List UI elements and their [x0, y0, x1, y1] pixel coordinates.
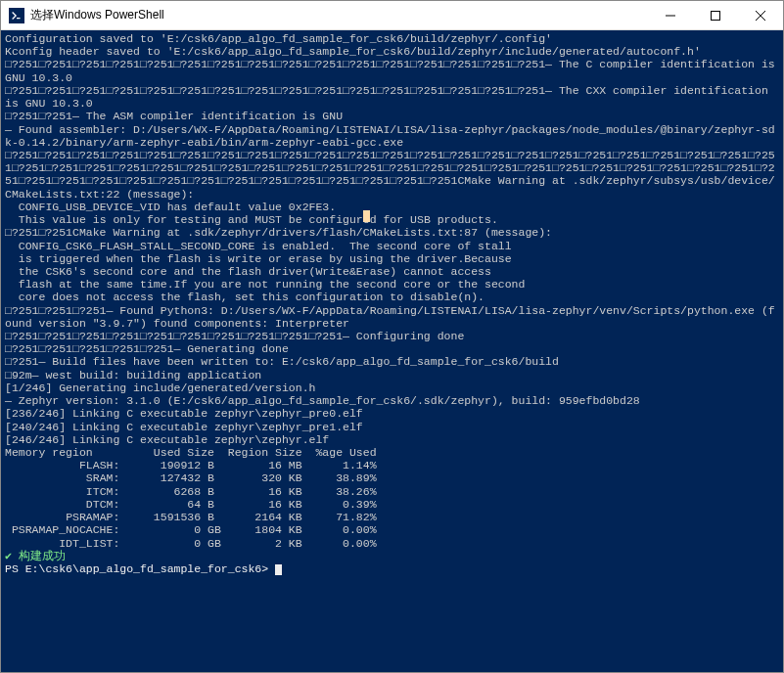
terminal-line: [1/246] Generating include/generated/ver… [5, 381, 779, 394]
terminal-line: □?251□?251□?251□?251□?251□?251□?251□?251… [5, 84, 779, 110]
terminal-line: the CSK6's second core and the flash dri… [5, 265, 779, 278]
terminal-line: This value is only for testing and MUST … [5, 213, 779, 226]
terminal-line: □?251□?251□?251□?251□?251□?251□?251□?251… [5, 330, 779, 342]
terminal-line: core does not access the flash, set this… [5, 291, 779, 303]
terminal-line: CONFIG_USB_DEVICE_VID has default value … [5, 201, 779, 213]
terminal-line: is triggered when the flash is write or … [5, 252, 779, 265]
selection-highlight [363, 210, 370, 222]
terminal-line: □?251□?251CMake Warning at .sdk/zephyr/d… [5, 226, 779, 239]
terminal-line: □?251□?251□?251□?251□?251□?251□?251□?251… [5, 149, 779, 201]
terminal-line: [240/246] Linking C executable zephyr\ze… [5, 421, 779, 433]
terminal-line: Memory region Used Size Region Size %age… [5, 446, 779, 459]
terminal-line: □?251□?251□?251— Found Python3: D:/Users… [5, 304, 779, 330]
terminal-line: — Zephyr version: 3.1.0 (E:/csk6/app_alg… [5, 394, 779, 407]
window-controls [648, 1, 783, 30]
powershell-icon [9, 8, 24, 23]
terminal-line: □?251□?251— The ASM compiler identificat… [5, 110, 779, 122]
terminal-line: □?251□?251□?251□?251□?251□?251□?251□?251… [5, 58, 779, 83]
terminal-line: [236/246] Linking C executable zephyr\ze… [5, 407, 779, 420]
terminal-line: Configuration saved to 'E:/csk6/app_algo… [5, 32, 779, 45]
terminal-line: IDT_LIST: 0 GB 2 KB 0.00% [5, 537, 779, 550]
terminal-line: □?251— Build files have been written to:… [5, 355, 779, 368]
terminal-line: flash at the same time.If you are not ru… [5, 278, 779, 291]
terminal-line: CONFIG_CSK6_FLASH_STALL_SECOND_CORE is e… [5, 240, 779, 252]
terminal-line: □?251□?251□?251□?251□?251— Generating do… [5, 342, 779, 355]
minimize-button[interactable] [648, 1, 693, 30]
terminal-line: PSRAMAP: 1591536 B 2164 KB 71.82% [5, 511, 779, 523]
window-title: 选择Windows PowerShell [30, 7, 648, 23]
terminal-line: □92m— west build: building application [5, 369, 779, 381]
terminal-line: PSRAMAP_NOCACHE: 0 GB 1804 KB 0.00% [5, 523, 779, 536]
terminal-output[interactable]: Configuration saved to 'E:/csk6/app_algo… [1, 30, 783, 672]
terminal-line: ✔ 构建成功 [5, 550, 779, 562]
close-button[interactable] [738, 1, 783, 30]
terminal-line: [246/246] Linking C executable zephyr\ze… [5, 433, 779, 446]
cursor [275, 564, 282, 575]
terminal-line: — Found assembler: D:/Users/WX-F/AppData… [5, 123, 779, 149]
terminal-line: ITCM: 6268 B 16 KB 38.26% [5, 485, 779, 498]
maximize-button[interactable] [693, 1, 738, 30]
terminal-line: SRAM: 127432 B 320 KB 38.89% [5, 471, 779, 484]
terminal-line: PS E:\csk6\app_algo_fd_sample_for_csk6> [5, 562, 779, 575]
titlebar[interactable]: 选择Windows PowerShell [1, 1, 783, 30]
svg-rect-2 [712, 11, 720, 20]
powershell-window: 选择Windows PowerShell Configuration saved… [0, 0, 784, 673]
terminal-line: DTCM: 64 B 16 KB 0.39% [5, 498, 779, 511]
terminal-line: FLASH: 190912 B 16 MB 1.14% [5, 459, 779, 471]
terminal-line: Kconfig header saved to 'E:/csk6/app_alg… [5, 45, 779, 58]
